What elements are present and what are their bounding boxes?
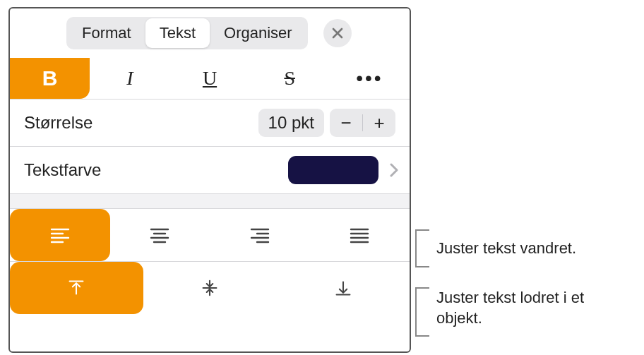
size-value[interactable]: 10 pkt (258, 109, 324, 137)
align-right-button[interactable] (210, 209, 310, 261)
underline-glyph: U (203, 67, 217, 90)
vertical-align-row (10, 262, 410, 314)
valign-middle-icon (200, 279, 220, 296)
tab-bar: Format Tekst Organiser (10, 8, 410, 58)
size-increase-button[interactable]: + (363, 109, 395, 137)
align-center-icon (150, 227, 169, 243)
formatting-panel: Format Tekst Organiser B I U S ••• Størr… (8, 7, 411, 353)
size-label: Størrelse (24, 113, 93, 133)
align-left-button[interactable] (10, 209, 110, 261)
strike-glyph: S (284, 67, 295, 90)
horizontal-align-row (10, 209, 410, 261)
more-icon: ••• (356, 67, 383, 90)
text-color-label: Tekstfarve (24, 160, 101, 180)
valign-top-button[interactable] (10, 262, 143, 314)
align-right-icon (250, 227, 270, 243)
bracket-icon (415, 287, 429, 337)
close-icon (332, 28, 343, 39)
bold-button[interactable]: B (10, 58, 90, 99)
tab-format[interactable]: Format (68, 18, 145, 48)
valign-top-icon (66, 279, 86, 296)
chevron-right-icon (386, 163, 402, 177)
text-color-row[interactable]: Tekstfarve (10, 147, 410, 193)
align-justify-icon (350, 227, 369, 243)
size-stepper: − + (330, 109, 395, 137)
align-center-button[interactable] (110, 209, 210, 261)
callout-vertical-text: Juster tekst lodret i et objekt. (436, 288, 634, 328)
italic-glyph: I (126, 67, 133, 90)
close-button[interactable] (323, 19, 352, 47)
bold-glyph: B (42, 66, 58, 90)
underline-button[interactable]: U (169, 58, 249, 99)
callout-horizontal-text: Juster tekst vandret. (436, 239, 576, 259)
italic-button[interactable]: I (90, 58, 169, 99)
callout-vertical-align: Juster tekst lodret i et objekt. (415, 280, 634, 337)
align-left-icon (50, 227, 70, 243)
tab-segment: Format Tekst Organiser (66, 17, 308, 49)
tab-organize[interactable]: Organiser (210, 18, 306, 48)
strikethrough-button[interactable]: S (250, 58, 330, 99)
size-decrease-button[interactable]: − (330, 109, 362, 137)
text-color-swatch[interactable] (288, 156, 378, 184)
more-styles-button[interactable]: ••• (330, 58, 410, 99)
valign-middle-button[interactable] (143, 262, 277, 314)
tab-text[interactable]: Tekst (145, 18, 210, 48)
section-gap (10, 193, 410, 209)
align-justify-button[interactable] (310, 209, 410, 261)
bracket-icon (415, 229, 429, 267)
font-style-row: B I U S ••• (10, 58, 410, 99)
valign-bottom-icon (333, 279, 353, 296)
valign-bottom-button[interactable] (276, 262, 410, 314)
callout-horizontal-align: Juster tekst vandret. (415, 229, 634, 267)
callouts: Juster tekst vandret. Juster tekst lodre… (415, 229, 634, 337)
size-row: Størrelse 10 pkt − + (10, 100, 410, 146)
